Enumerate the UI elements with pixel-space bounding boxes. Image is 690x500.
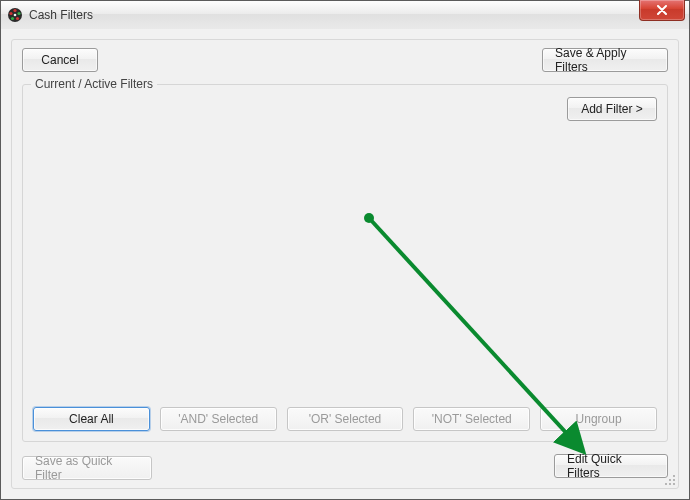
add-filter-button[interactable]: Add Filter > xyxy=(567,97,657,121)
filter-ops-row: Clear All 'AND' Selected 'OR' Selected '… xyxy=(33,407,657,431)
or-selected-button: 'OR' Selected xyxy=(287,407,404,431)
resize-grip-icon[interactable] xyxy=(664,474,676,486)
svg-point-11 xyxy=(669,483,671,485)
cancel-button[interactable]: Cancel xyxy=(22,48,98,72)
groupbox-label: Current / Active Filters xyxy=(31,77,157,91)
save-quick-filter-button: Save as Quick Filter xyxy=(22,456,152,480)
svg-point-3 xyxy=(16,17,19,20)
save-apply-button-label: Save & Apply Filters xyxy=(555,46,655,74)
svg-point-7 xyxy=(673,475,675,477)
svg-point-10 xyxy=(665,483,667,485)
not-selected-button: 'NOT' Selected xyxy=(413,407,530,431)
and-selected-label: 'AND' Selected xyxy=(178,412,258,426)
or-selected-label: 'OR' Selected xyxy=(309,412,382,426)
save-apply-button[interactable]: Save & Apply Filters xyxy=(542,48,668,72)
edit-quick-filters-button[interactable]: Edit Quick Filters xyxy=(554,454,668,478)
client-area: Cancel Save & Apply Filters Current / Ac… xyxy=(1,29,689,499)
save-quick-filter-label: Save as Quick Filter xyxy=(35,454,139,482)
svg-point-4 xyxy=(11,17,14,20)
footer-row: Save as Quick Filter Edit Quick Filters xyxy=(22,454,668,478)
svg-point-5 xyxy=(9,12,12,15)
ungroup-label: Ungroup xyxy=(576,412,622,426)
svg-point-12 xyxy=(673,483,675,485)
app-icon xyxy=(7,7,23,23)
inner-panel: Cancel Save & Apply Filters Current / Ac… xyxy=(11,39,679,489)
svg-point-9 xyxy=(673,479,675,481)
svg-point-6 xyxy=(14,14,17,17)
and-selected-button: 'AND' Selected xyxy=(160,407,277,431)
not-selected-label: 'NOT' Selected xyxy=(432,412,512,426)
svg-point-2 xyxy=(17,12,20,15)
cancel-button-label: Cancel xyxy=(41,53,78,67)
active-filters-groupbox: Current / Active Filters Add Filter > Cl… xyxy=(22,84,668,442)
ungroup-button: Ungroup xyxy=(540,407,657,431)
window-root: Cash Filters Cancel Save & Apply Filters… xyxy=(0,0,690,500)
clear-all-button[interactable]: Clear All xyxy=(33,407,150,431)
titlebar: Cash Filters xyxy=(1,1,689,30)
svg-point-8 xyxy=(669,479,671,481)
edit-quick-filters-label: Edit Quick Filters xyxy=(567,452,655,480)
close-icon xyxy=(656,5,668,15)
svg-point-1 xyxy=(13,9,16,12)
window-title: Cash Filters xyxy=(29,8,93,22)
close-button[interactable] xyxy=(639,0,685,21)
add-filter-button-label: Add Filter > xyxy=(581,102,643,116)
top-button-row: Cancel Save & Apply Filters xyxy=(22,48,668,74)
clear-all-label: Clear All xyxy=(69,412,114,426)
